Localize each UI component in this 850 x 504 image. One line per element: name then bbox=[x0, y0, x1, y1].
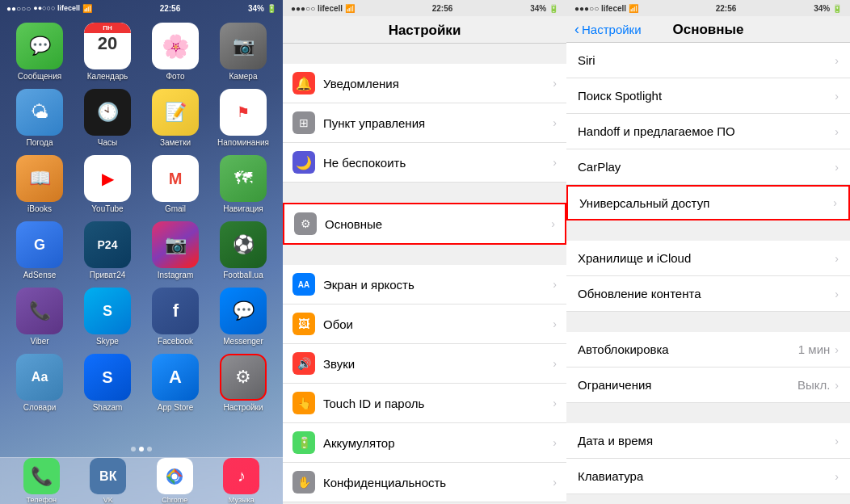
back-button[interactable]: ‹ Настройки bbox=[574, 21, 642, 38]
battery-icon-2: 🔋 bbox=[292, 431, 315, 454]
messenger-icon: 💬 bbox=[220, 288, 267, 334]
maps-icon: 🗺 bbox=[220, 155, 267, 202]
app-facebook[interactable]: f Facebook bbox=[145, 288, 205, 346]
app-calendar[interactable]: ПН 20 Календарь bbox=[78, 23, 137, 81]
football-icon: ⚽ bbox=[220, 221, 267, 268]
general-siri[interactable]: Siri › bbox=[566, 43, 850, 78]
general-autolock[interactable]: Автоблокировка 1 мин › bbox=[566, 332, 850, 368]
touchid-label: Touch ID и пароль bbox=[323, 397, 553, 410]
messages-label: Сообщения bbox=[18, 72, 61, 81]
svg-point-3 bbox=[172, 473, 178, 479]
dock-vk[interactable]: ВК VK bbox=[90, 458, 126, 504]
touchid-chevron: › bbox=[553, 397, 557, 410]
appstore-label: App Store bbox=[158, 403, 193, 412]
settings-list: 🔔 Уведомления › ⊞ Пункт управления › 🌙 Н… bbox=[283, 44, 566, 504]
app-reminders[interactable]: ⚑ Напоминания bbox=[213, 89, 273, 147]
settings-wallpaper[interactable]: 🖼 Обои › bbox=[283, 304, 566, 344]
dock-music[interactable]: ♪ Музыка bbox=[223, 458, 259, 504]
settings-sounds[interactable]: 🔊 Звуки › bbox=[283, 344, 566, 384]
app-viber[interactable]: 📞 Viber bbox=[10, 288, 69, 346]
carplay-label: CarPlay bbox=[578, 160, 835, 174]
general-restrictions[interactable]: Ограничения Выкл. › bbox=[566, 368, 850, 403]
settings-title: Настройки bbox=[283, 16, 566, 44]
app-maps[interactable]: 🗺 Навигация bbox=[213, 155, 273, 213]
general-keyboard[interactable]: Клавиатура › bbox=[566, 459, 850, 494]
wallpaper-label: Обои bbox=[323, 317, 553, 331]
general-storage[interactable]: Хранилище и iCloud › bbox=[566, 241, 850, 276]
app-shazam[interactable]: S Shazam bbox=[78, 354, 137, 412]
app-instagram[interactable]: 📷 Instagram bbox=[145, 221, 205, 279]
app-slovari[interactable]: Аа Словари bbox=[10, 354, 69, 412]
shazam-label: Shazam bbox=[93, 403, 123, 412]
settings-notifications[interactable]: 🔔 Уведомления › bbox=[283, 64, 566, 103]
settings-display[interactable]: AA Экран и яркость › bbox=[283, 265, 566, 304]
adsense-label: AdSense bbox=[23, 271, 57, 279]
general-spotlight[interactable]: Поиск Spotlight › bbox=[566, 78, 850, 114]
restrictions-chevron: › bbox=[835, 379, 839, 392]
battery-3: 34% 🔋 bbox=[814, 4, 842, 13]
app-settings[interactable]: ⚙ Настройки bbox=[213, 354, 273, 412]
slovari-icon: Аа bbox=[16, 354, 63, 401]
app-grid: 💬 Сообщения ПН 20 Календарь 🌸 Фото 📷 Кам… bbox=[0, 16, 283, 418]
general-datetime[interactable]: Дата и время › bbox=[566, 423, 850, 459]
dock-phone[interactable]: 📞 Телефон bbox=[23, 458, 60, 504]
carrier-2: ●●●○○ lifecell 📶 bbox=[291, 4, 355, 13]
app-weather[interactable]: 🌤 Погода bbox=[10, 89, 69, 147]
general-handoff[interactable]: Handoff и предлагаемое ПО › bbox=[566, 114, 850, 149]
reminders-label: Напоминания bbox=[217, 138, 269, 147]
shazam-icon: S bbox=[84, 354, 131, 401]
app-adsense[interactable]: G AdSense bbox=[10, 221, 69, 279]
app-skype[interactable]: S Skype bbox=[78, 288, 137, 346]
app-notes[interactable]: 📝 Заметки bbox=[145, 89, 205, 147]
dnd-icon: 🌙 bbox=[292, 151, 315, 174]
notifications-icon: 🔔 bbox=[292, 72, 315, 94]
general-accessibility[interactable]: Универсальный доступ › bbox=[566, 185, 850, 220]
notes-label: Заметки bbox=[160, 138, 191, 147]
general-panel: ●●●○○ lifecell 📶 22:56 34% 🔋 ‹ Настройки… bbox=[566, 0, 850, 504]
settings-control-center[interactable]: ⊞ Пункт управления › bbox=[283, 103, 566, 143]
dock-music-icon: ♪ bbox=[223, 458, 259, 494]
settings-touchid[interactable]: 👆 Touch ID и пароль › bbox=[283, 384, 566, 423]
photos-icon: 🌸 bbox=[152, 23, 199, 69]
viber-icon: 📞 bbox=[16, 288, 63, 334]
app-camera[interactable]: 📷 Камера bbox=[213, 23, 273, 81]
gap-1 bbox=[283, 183, 566, 203]
dock-chrome-label: Chrome bbox=[162, 496, 187, 504]
app-clock[interactable]: 🕙 Часы bbox=[78, 89, 137, 147]
handoff-chevron: › bbox=[835, 125, 839, 138]
general-bg-refresh[interactable]: Обновление контента › bbox=[566, 276, 850, 312]
app-football[interactable]: ⚽ Football.ua bbox=[213, 221, 273, 279]
dock-chrome[interactable]: Chrome bbox=[157, 458, 193, 504]
app-photos[interactable]: 🌸 Фото bbox=[145, 23, 205, 81]
carrier-signal-1: ●●○○○ ●●○○○ lifecell 📶 bbox=[6, 4, 92, 13]
settings-privacy[interactable]: ✋ Конфиденциальность › bbox=[283, 463, 566, 502]
skype-label: Skype bbox=[96, 337, 119, 346]
general-header: ‹ Настройки Основные bbox=[566, 16, 850, 43]
settings-general[interactable]: ⚙ Основные › bbox=[283, 203, 566, 245]
notes-icon: 📝 bbox=[152, 89, 199, 136]
app-appstore[interactable]: A App Store bbox=[145, 354, 205, 412]
accessibility-chevron: › bbox=[833, 196, 837, 209]
wallpaper-chevron: › bbox=[553, 317, 557, 330]
status-bar-1: ●●○○○ ●●○○○ lifecell 📶 22:56 34% 🔋 bbox=[0, 0, 283, 16]
battery-chevron: › bbox=[553, 436, 557, 449]
app-privat[interactable]: P24 Приват24 bbox=[78, 221, 137, 279]
privat-label: Приват24 bbox=[90, 271, 126, 279]
page-dots bbox=[0, 443, 283, 456]
bg-refresh-label: Обновление контента bbox=[578, 287, 835, 300]
adsense-icon: G bbox=[16, 221, 63, 268]
settings-battery[interactable]: 🔋 Аккумулятор › bbox=[283, 423, 566, 463]
dock: 📞 Телефон ВК VK Chrome ♪ bbox=[0, 457, 283, 504]
battery-label: Аккумулятор bbox=[323, 436, 553, 450]
general-title: Основные bbox=[672, 22, 743, 38]
gap-2 bbox=[283, 245, 566, 265]
settings-panel: ●●●○○ lifecell 📶 22:56 34% 🔋 Настройки 🔔… bbox=[283, 0, 566, 504]
general-carplay[interactable]: CarPlay › bbox=[566, 149, 850, 185]
app-youtube[interactable]: ▶ YouTube bbox=[78, 155, 137, 213]
settings-label: Настройки bbox=[223, 403, 263, 412]
app-messenger[interactable]: 💬 Messenger bbox=[213, 288, 273, 346]
settings-dnd[interactable]: 🌙 Не беспокоить › bbox=[283, 143, 566, 183]
app-ibooks[interactable]: 📖 iBooks bbox=[10, 155, 69, 213]
app-messages[interactable]: 💬 Сообщения bbox=[10, 23, 69, 81]
app-gmail[interactable]: M Gmail bbox=[145, 155, 205, 213]
